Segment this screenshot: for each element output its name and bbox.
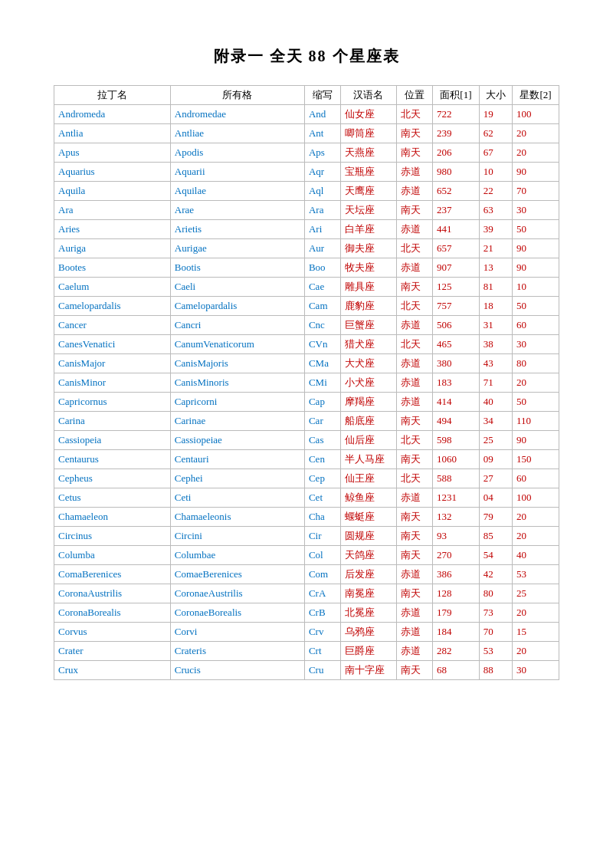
cell-latin: Cetus (54, 488, 171, 508)
cell-position: 赤道 (397, 220, 433, 239)
cell-size: 13 (479, 258, 512, 278)
table-row: CruxCrucisCru南十字座南天688830 (54, 661, 559, 680)
cell-chinese: 鹿豹座 (340, 297, 397, 316)
cell-genitive: Apodis (170, 143, 304, 163)
cell-size: 67 (479, 143, 512, 163)
cell-position: 赤道 (397, 623, 433, 642)
cell-latin: Apus (54, 143, 171, 163)
cell-abbr: CrA (304, 584, 340, 603)
cell-genitive: CanumVenaticorum (170, 335, 304, 354)
cell-stars: 110 (513, 412, 559, 431)
cell-chinese: 天鹰座 (340, 182, 397, 201)
cell-chinese: 牧夫座 (340, 258, 397, 278)
cell-latin: Bootes (54, 258, 171, 278)
cell-chinese: 白羊座 (340, 220, 397, 239)
cell-genitive: Antliae (170, 124, 304, 143)
cell-stars: 50 (513, 297, 559, 316)
cell-stars: 20 (513, 508, 559, 527)
cell-area: 1231 (432, 488, 479, 508)
table-row: AquariusAquariiAqr宝瓶座赤道9801090 (54, 163, 559, 182)
cell-genitive: Circini (170, 527, 304, 546)
cell-position: 北天 (397, 335, 433, 354)
cell-position: 赤道 (397, 393, 433, 412)
cell-stars: 100 (513, 488, 559, 508)
table-row: CancerCancriCnc巨蟹座赤道5063160 (54, 316, 559, 335)
cell-size: 42 (479, 565, 512, 584)
cell-abbr: Com (304, 565, 340, 584)
cell-area: 598 (432, 431, 479, 450)
header-position: 位置 (397, 86, 433, 105)
cell-size: 63 (479, 201, 512, 220)
cell-area: 237 (432, 201, 479, 220)
cell-area: 757 (432, 297, 479, 316)
table-row: ApusApodisAps天燕座南天2066720 (54, 143, 559, 163)
table-row: CassiopeiaCassiopeiaeCas仙后座北天5982590 (54, 431, 559, 450)
cell-chinese: 仙女座 (340, 105, 397, 124)
cell-chinese: 天鸽座 (340, 546, 397, 565)
cell-chinese: 南十字座 (340, 661, 397, 680)
cell-genitive: Aquilae (170, 182, 304, 201)
cell-size: 71 (479, 373, 512, 393)
cell-genitive: Carinae (170, 412, 304, 431)
cell-size: 43 (479, 354, 512, 373)
table-row: BootesBootisBoo牧夫座赤道9071390 (54, 258, 559, 278)
cell-position: 南天 (397, 124, 433, 143)
cell-abbr: Aqr (304, 163, 340, 182)
cell-size: 81 (479, 278, 512, 297)
cell-genitive: CoronaeAustrilis (170, 584, 304, 603)
table-row: CoronaBorealisCoronaeBorealisCrB北冕座赤道179… (54, 603, 559, 623)
cell-area: 386 (432, 565, 479, 584)
cell-position: 赤道 (397, 603, 433, 623)
cell-genitive: Caeli (170, 278, 304, 297)
cell-latin: Cassiopeia (54, 431, 171, 450)
cell-latin: Ara (54, 201, 171, 220)
cell-genitive: Cassiopeiae (170, 431, 304, 450)
cell-size: 73 (479, 603, 512, 623)
cell-size: 85 (479, 527, 512, 546)
cell-latin: CoronaBorealis (54, 603, 171, 623)
cell-latin: CanisMinor (54, 373, 171, 393)
cell-area: 183 (432, 373, 479, 393)
cell-position: 南天 (397, 143, 433, 163)
cell-abbr: Ant (304, 124, 340, 143)
cell-abbr: CMi (304, 373, 340, 393)
cell-latin: Cancer (54, 316, 171, 335)
table-row: AurigaAurigaeAur御夫座北天6572190 (54, 239, 559, 258)
cell-abbr: CMa (304, 354, 340, 373)
cell-area: 494 (432, 412, 479, 431)
cell-stars: 40 (513, 546, 559, 565)
cell-area: 380 (432, 354, 479, 373)
cell-size: 38 (479, 335, 512, 354)
table-row: AraAraeAra天坛座南天2376330 (54, 201, 559, 220)
cell-position: 赤道 (397, 642, 433, 661)
cell-chinese: 唧筒座 (340, 124, 397, 143)
cell-chinese: 天燕座 (340, 143, 397, 163)
header-area: 面积[1] (432, 86, 479, 105)
cell-stars: 50 (513, 393, 559, 412)
cell-size: 19 (479, 105, 512, 124)
cell-stars: 20 (513, 373, 559, 393)
cell-latin: Crater (54, 642, 171, 661)
cell-area: 465 (432, 335, 479, 354)
cell-chinese: 大犬座 (340, 354, 397, 373)
cell-genitive: CoronaeBorealis (170, 603, 304, 623)
cell-stars: 90 (513, 258, 559, 278)
cell-genitive: Columbae (170, 546, 304, 565)
cell-area: 652 (432, 182, 479, 201)
constellation-table: 拉丁名 所有格 缩写 汉语名 位置 面积[1] 大小 星数[2] Androme… (54, 85, 559, 680)
cell-chinese: 蝘蜓座 (340, 508, 397, 527)
cell-area: 184 (432, 623, 479, 642)
cell-chinese: 宝瓶座 (340, 163, 397, 182)
cell-latin: Carina (54, 412, 171, 431)
cell-latin: Aries (54, 220, 171, 239)
cell-chinese: 后发座 (340, 565, 397, 584)
cell-position: 北天 (397, 105, 433, 124)
cell-stars: 20 (513, 603, 559, 623)
cell-stars: 100 (513, 105, 559, 124)
cell-genitive: Corvi (170, 623, 304, 642)
cell-area: 93 (432, 527, 479, 546)
cell-size: 70 (479, 623, 512, 642)
cell-position: 南天 (397, 584, 433, 603)
cell-genitive: Ceti (170, 488, 304, 508)
cell-chinese: 摩羯座 (340, 393, 397, 412)
